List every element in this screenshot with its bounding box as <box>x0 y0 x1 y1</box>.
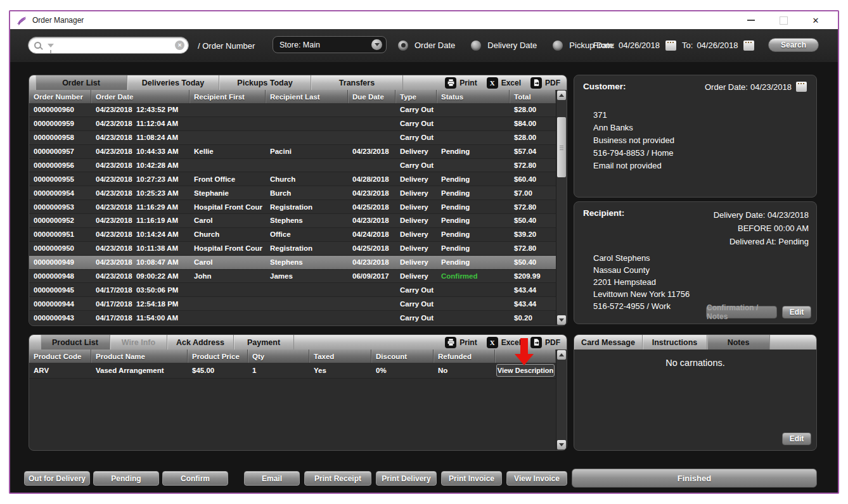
print-icon <box>445 77 456 89</box>
order-table-row[interactable]: 000000095004/23/2018 10:11:38 AMHospital… <box>29 242 556 256</box>
order-table-row[interactable]: 000000094504/17/2018 03:50:06 PMCarry Ou… <box>29 283 556 297</box>
delivery-time-window: BEFORE 00:00 AM <box>714 222 809 235</box>
excel-button[interactable]: XExcel <box>487 77 521 89</box>
table-cell: 04/23/2018 10:25:23 AM <box>91 186 190 199</box>
column-header-discount[interactable]: Discount <box>371 350 434 363</box>
pdf-button[interactable]: PDF <box>530 77 560 89</box>
order-table-row[interactable]: 000000095904/23/2018 11:12:04 AMCarry Ou… <box>29 117 556 131</box>
scroll-thumb[interactable] <box>557 117 566 177</box>
product-table-body: ARVVased Arrangement$45.001Yes0%NoView D… <box>29 363 556 450</box>
from-calendar-icon[interactable] <box>665 41 676 51</box>
table-cell: Church <box>266 172 348 186</box>
order-list-scrollbar[interactable] <box>556 90 567 325</box>
order-table-row[interactable]: 000000095604/23/2018 10:42:28 AMCarry Ou… <box>29 159 556 173</box>
from-date-value[interactable]: 04/26/2018 <box>619 41 660 50</box>
scroll-up-button[interactable] <box>557 91 566 100</box>
messages-tab-notes[interactable]: Notes <box>707 335 770 350</box>
order-table-row[interactable]: 000000095104/23/2018 10:14:24 AMChurchOf… <box>29 228 556 242</box>
search-button[interactable]: Search <box>768 38 819 52</box>
print-label: Print <box>459 79 477 87</box>
recipient-edit-button[interactable]: Edit <box>782 306 811 318</box>
column-header-product-price[interactable]: Product Price <box>188 350 248 363</box>
table-cell: 0000000949 <box>29 256 91 269</box>
column-header-qty[interactable]: Qty <box>248 350 309 363</box>
recipient-line: Carol Stephens <box>593 252 816 264</box>
column-header-status[interactable]: Status <box>437 90 510 103</box>
messages-tab-instructions[interactable]: Instructions <box>643 335 707 350</box>
table-cell: $50.40 <box>510 256 556 269</box>
order-table-row[interactable]: 000000095204/23/2018 11:16:19 AMCarolSte… <box>29 214 556 228</box>
scroll-up-button[interactable] <box>557 350 566 360</box>
message-edit-button[interactable]: Edit <box>782 432 811 445</box>
confirm-button[interactable]: Confirm <box>162 471 228 486</box>
table-cell: Pending <box>437 186 510 199</box>
order-date-calendar-icon[interactable] <box>796 82 807 92</box>
column-header-taxed[interactable]: Taxed <box>309 350 371 363</box>
products-tab-payment[interactable]: Payment <box>234 335 294 350</box>
to-calendar-icon[interactable] <box>743 41 754 51</box>
confirmation-notes-button[interactable]: Confirmation / Notes <box>706 306 777 318</box>
products-tab-wire-info[interactable]: Wire Info <box>110 335 167 350</box>
scroll-down-button[interactable] <box>557 315 566 325</box>
order-table-row[interactable]: 000000094304/17/2018 11:54:00 AMCarry Ou… <box>29 311 556 324</box>
messages-tab-card-message[interactable]: Card Message <box>574 335 643 350</box>
print-button[interactable]: Print <box>445 337 477 348</box>
column-header-recipient-last[interactable]: Recipient Last <box>266 90 348 103</box>
product-list-scrollbar[interactable] <box>556 350 567 450</box>
orders-tab-pickups-today[interactable]: Pickups Today <box>219 75 311 90</box>
orders-tab-deliveries-today[interactable]: Deliveries Today <box>127 75 219 90</box>
search-input[interactable] <box>54 41 175 50</box>
clear-search-icon[interactable] <box>175 41 184 50</box>
maximize-button[interactable] <box>779 16 788 25</box>
order-table-row[interactable]: 000000095804/23/2018 11:08:24 AMCarry Ou… <box>29 131 556 145</box>
order-table-row[interactable]: 000000094904/23/2018 10:08:47 AMCarolSte… <box>29 256 556 270</box>
print-receipt-button[interactable]: Print Receipt <box>304 471 371 486</box>
finished-button[interactable]: Finished <box>572 469 817 488</box>
print-button[interactable]: Print <box>445 77 477 89</box>
order-table-row[interactable]: 000000096004/23/2018 12:43:52 PMCarry Ou… <box>29 103 556 117</box>
order-table-row[interactable]: 000000094404/17/2018 12:54:18 PMCarry Ou… <box>29 297 556 311</box>
recipient-line: 2201 Hempstead <box>593 276 816 288</box>
close-button[interactable] <box>811 16 820 25</box>
order-table-row[interactable]: 000000094804/23/2018 09:00:22 AMJohnJame… <box>29 270 556 284</box>
order-table-row[interactable]: 000000095504/23/2018 10:27:23 AMFront Of… <box>29 172 556 186</box>
order-table-row[interactable]: 000000095404/23/2018 10:25:23 AMStephani… <box>29 186 556 200</box>
scroll-down-button[interactable] <box>557 440 566 450</box>
print-delivery-button[interactable]: Print Delivery <box>376 471 437 486</box>
customer-line: Business not provided <box>593 134 816 147</box>
column-header-type[interactable]: Type <box>395 90 437 103</box>
table-cell <box>266 131 348 144</box>
products-tab-ack-address[interactable]: Ack Address <box>167 335 234 350</box>
column-header-refunded[interactable]: Refunded <box>434 350 495 363</box>
view-description-button[interactable]: View Description <box>496 364 555 377</box>
table-cell: 0000000952 <box>29 214 91 227</box>
to-date-value[interactable]: 04/26/2018 <box>697 41 738 50</box>
minimize-button[interactable] <box>747 16 755 25</box>
product-table-row[interactable]: ARVVased Arrangement$45.001Yes0%NoView D… <box>29 363 556 379</box>
email-button[interactable]: Email <box>244 471 300 486</box>
print-invoice-button[interactable]: Print Invoice <box>441 471 502 486</box>
column-header-due-date[interactable]: Due Date <box>348 90 395 103</box>
excel-icon: X <box>487 337 498 348</box>
order-date-radio[interactable]: Order Date <box>398 41 455 51</box>
products-tab-product-list[interactable]: Product List <box>41 335 110 350</box>
orders-tab-order-list[interactable]: Order List <box>35 75 127 90</box>
column-header-order-date[interactable]: Order Date <box>91 90 190 103</box>
column-header-product-code[interactable]: Product Code <box>29 350 91 363</box>
column-header-total[interactable]: Total <box>510 90 556 103</box>
pdf-button[interactable]: PDF <box>530 337 560 348</box>
column-header-order-number[interactable]: Order Number <box>29 90 91 103</box>
orders-tab-transfers[interactable]: Transfers <box>311 75 403 90</box>
column-header-recipient-first[interactable]: Recipient First <box>190 90 266 103</box>
order-table-row[interactable]: 000000095704/23/2018 10:44:33 AMKelliePa… <box>29 145 556 159</box>
pending-button[interactable]: Pending <box>93 471 159 486</box>
delivery-date-radio[interactable]: Delivery Date <box>471 41 537 51</box>
column-header-product-name[interactable]: Product Name <box>91 350 188 363</box>
filter-icon[interactable] <box>48 44 54 47</box>
store-select[interactable]: Store: Main <box>273 36 387 53</box>
out-for-delivery-button[interactable]: Out for Delivery <box>24 471 90 486</box>
table-cell: 04/23/2018 10:44:33 AM <box>91 145 190 158</box>
view-invoice-button[interactable]: View Invoice <box>506 471 567 486</box>
table-cell <box>348 297 395 310</box>
order-table-row[interactable]: 000000095304/23/2018 11:16:29 AMHospital… <box>29 200 556 214</box>
